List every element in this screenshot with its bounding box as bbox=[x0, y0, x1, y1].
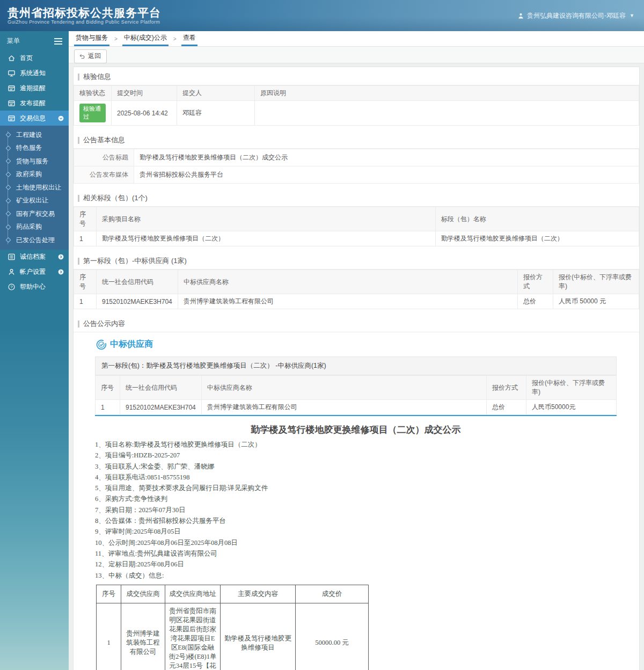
lot-bar: 第一标段(包)：勤学楼及笃行楼地胶更换维修项目（二次） -中标供应商(1家) bbox=[95, 356, 617, 375]
sidebar-item-system-notice[interactable]: 系统通知 bbox=[0, 65, 69, 81]
sidebar-subitem-featured-services[interactable]: 特色服务 bbox=[0, 142, 69, 155]
sidebar-subitem-label: 国有产权交易 bbox=[16, 209, 55, 219]
sidebar-item-home[interactable]: 首页 bbox=[0, 50, 69, 65]
sidebar-subitem-label: 特色服务 bbox=[16, 143, 42, 152]
field-value: 贵州省招标投标公共服务平台 bbox=[134, 166, 639, 184]
sidebar-subitem-label: 土地使用权出让 bbox=[16, 183, 61, 192]
doc-paragraph: 5、项目用途、简要技术要求及合同履行日期:详见采购文件 bbox=[95, 483, 617, 493]
breadcrumb-item[interactable]: 货物与服务 bbox=[74, 31, 109, 46]
user-menu[interactable]: 贵州弘典建设咨询有限公司-邓廷容 ▼ bbox=[517, 11, 634, 20]
related-lots-table: 序号 采购项目名称 标段（包）名称 1 勤学楼及笃行楼地胶更换维修项目（二次） … bbox=[74, 207, 639, 246]
col-header: 核验状态 bbox=[74, 86, 112, 101]
section-title: 公告基本信息 bbox=[83, 135, 125, 145]
sidebar-subitem-label: 矿业权出让 bbox=[16, 196, 48, 205]
sidebar-subitem-drug-procurement[interactable]: 药品采购 bbox=[0, 221, 69, 234]
field-value: 勤学楼及笃行楼地胶更换维修项目（二次）成交公示 bbox=[134, 149, 639, 166]
sidebar-subitem-land-use-rights[interactable]: 土地使用权出让 bbox=[0, 181, 69, 194]
announcement-document: 勤学楼及笃行楼地胶更换维修项目（二次）成交公示 1、项目名称:勤学楼及笃行楼地胶… bbox=[95, 424, 617, 670]
sidebar-item-overdue-reminder[interactable]: 逾期提醒 bbox=[0, 81, 69, 96]
sidebar: 菜单 首页系统通知逾期提醒发布提醒交易信息工程建设特色服务货物与服务政府采购土地… bbox=[0, 31, 69, 670]
table-row: 公告发布媒体 贵州省招标投标公共服务平台 bbox=[74, 166, 639, 184]
folder-icon bbox=[8, 84, 16, 92]
section-bar bbox=[78, 74, 79, 81]
doc-paragraph: 12、定标日期:2025年08月06日 bbox=[95, 559, 617, 570]
sidebar-item-credit-archive[interactable]: 诚信档案 bbox=[0, 250, 69, 265]
doc-paragraph: 2、项目编号:HDZB-2025-207 bbox=[95, 450, 617, 461]
home-icon bbox=[8, 54, 16, 62]
breadcrumb-separator-icon: > bbox=[173, 36, 177, 46]
doc-paragraph: 6、采购方式:竞争性谈判 bbox=[95, 493, 617, 504]
main-content: 货物与服务>中标(成交)公示>查看 返回 核验信息 核验状态 提交时间 bbox=[69, 31, 644, 670]
doc-paragraph: 8、公告媒体：贵州省招标投标公共服务平台 bbox=[95, 515, 617, 526]
submit-time: 2025-08-06 14:42 bbox=[112, 101, 177, 126]
col-header: 主要成交内容 bbox=[221, 585, 296, 603]
sidebar-item-label: 帮助中心 bbox=[20, 282, 46, 292]
col-header: 序号 bbox=[97, 585, 121, 603]
deal-info-table: 序号 成交供应商 成交供应商地址 主要成交内容 成交价 1 贵州博学建筑装饰工程… bbox=[96, 585, 369, 670]
col-header: 采购项目名称 bbox=[97, 207, 436, 231]
menu-label: 菜单 bbox=[7, 37, 20, 46]
toolbar: 返回 bbox=[69, 47, 644, 63]
sidebar-subitem-government-procurement[interactable]: 政府采购 bbox=[0, 168, 69, 181]
col-header: 报价(中标价、下浮率或费率) bbox=[553, 270, 639, 294]
col-header: 序号 bbox=[96, 376, 120, 400]
winner-badge-heading: 中标供应商 bbox=[96, 339, 617, 350]
breadcrumb-separator-icon: > bbox=[114, 36, 118, 46]
person-icon bbox=[8, 268, 16, 276]
section-title: 第一标段（包）-中标供应商 (1家) bbox=[83, 256, 187, 266]
col-header: 统一社会信用代码 bbox=[97, 270, 178, 294]
doc-paragraph: 4、项目联系电话:0851-85755198 bbox=[95, 472, 617, 483]
section-announcement-content: 公告公示内容 中标供应商 第一标段(包)：勤学楼及笃行楼地胶更换维修项目（二次）… bbox=[74, 318, 639, 670]
app-subtitle: GuiZhou Province Tendering and Bidding P… bbox=[8, 19, 161, 25]
section-verify: 核验信息 核验状态 提交时间 提交人 原因说明 核验通过 2025-08-06 … bbox=[74, 71, 639, 126]
doc-paragraph: 11、评审地点:贵州弘典建设咨询有限公司 bbox=[95, 548, 617, 559]
sidebar-item-publish-reminder[interactable]: 发布提醒 bbox=[0, 96, 69, 111]
hamburger-icon[interactable] bbox=[54, 38, 62, 45]
sidebar-subitem-project-construction[interactable]: 工程建设 bbox=[0, 128, 69, 142]
section-bar bbox=[78, 321, 79, 327]
doc-paragraph: 7、采购日期：2025年07月30日 bbox=[95, 505, 617, 515]
sidebar-subitem-published-announcements[interactable]: 已发公告处理 bbox=[0, 234, 69, 247]
detail-panel: 核验信息 核验状态 提交时间 提交人 原因说明 核验通过 2025-08-06 … bbox=[73, 67, 640, 670]
col-header: 报价(中标价、下浮率或费率) bbox=[526, 376, 617, 400]
sidebar-subitem-state-owned-property[interactable]: 国有产权交易 bbox=[0, 207, 69, 221]
col-header: 成交供应商地址 bbox=[165, 585, 221, 603]
question-icon: ? bbox=[8, 283, 16, 291]
sidebar-subitem-label: 政府采购 bbox=[16, 170, 42, 179]
sidebar-subitem-mining-rights[interactable]: 矿业权出让 bbox=[0, 194, 69, 208]
col-header: 序号 bbox=[74, 270, 97, 294]
verify-table: 核验状态 提交时间 提交人 原因说明 核验通过 2025-08-06 14:42… bbox=[74, 85, 639, 126]
sidebar-subitem-goods-services[interactable]: 货物与服务 bbox=[0, 155, 69, 168]
sidebar-item-trade-info[interactable]: 交易信息 bbox=[0, 111, 69, 126]
basic-info-table: 公告标题 勤学楼及笃行楼地胶更换维修项目（二次）成交公示 公告发布媒体 贵州省招… bbox=[74, 149, 639, 184]
col-header: 序号 bbox=[74, 207, 97, 231]
section-title: 相关标段（包）(1个) bbox=[83, 193, 148, 203]
sidebar-nav: 首页系统通知逾期提醒发布提醒交易信息工程建设特色服务货物与服务政府采购土地使用权… bbox=[0, 50, 69, 295]
document-paragraphs: 1、项目名称:勤学楼及笃行楼地胶更换维修项目（二次）2、项目编号:HDZB-20… bbox=[95, 439, 617, 581]
breadcrumb-item[interactable]: 查看 bbox=[181, 31, 197, 46]
caret-down-icon: ▼ bbox=[630, 13, 634, 18]
chevron-right-circle-icon bbox=[57, 253, 64, 260]
field-label: 公告标题 bbox=[74, 149, 134, 166]
target-check-icon bbox=[96, 339, 107, 350]
folder-icon bbox=[8, 99, 16, 107]
back-button[interactable]: 返回 bbox=[74, 49, 107, 63]
table-row: 1 91520102MAEKE3H704 贵州博学建筑装饰工程有限公司 总价 人… bbox=[74, 294, 639, 309]
col-header: 提交时间 bbox=[112, 86, 177, 101]
col-header: 原因说明 bbox=[255, 86, 639, 101]
sidebar-item-help-center[interactable]: ?帮助中心 bbox=[0, 280, 69, 295]
section-title: 核验信息 bbox=[83, 72, 111, 82]
sidebar-item-account-settings[interactable]: 帐户设置 bbox=[0, 265, 69, 280]
col-header: 标段（包）名称 bbox=[435, 207, 639, 231]
announcement-body: 中标供应商 第一标段(包)：勤学楼及笃行楼地胶更换维修项目（二次） -中标供应商… bbox=[95, 339, 617, 670]
sidebar-menu-header: 菜单 bbox=[0, 31, 69, 50]
section-bar bbox=[78, 195, 79, 202]
breadcrumb-item[interactable]: 中标(成交)公示 bbox=[122, 31, 169, 46]
section-bar bbox=[78, 137, 79, 144]
winner-table: 序号 统一社会信用代码 中标供应商名称 报价方式 报价(中标价、下浮率或费率) … bbox=[74, 270, 639, 309]
sidebar-subitem-label: 工程建设 bbox=[16, 130, 42, 140]
section-bar bbox=[78, 258, 79, 265]
section-basic-info: 公告基本信息 公告标题 勤学楼及笃行楼地胶更换维修项目（二次）成交公示 公告发布… bbox=[74, 135, 639, 184]
doc-paragraph: 13、中标（成交）信息: bbox=[95, 570, 617, 581]
sidebar-subitem-label: 药品采购 bbox=[16, 222, 42, 231]
